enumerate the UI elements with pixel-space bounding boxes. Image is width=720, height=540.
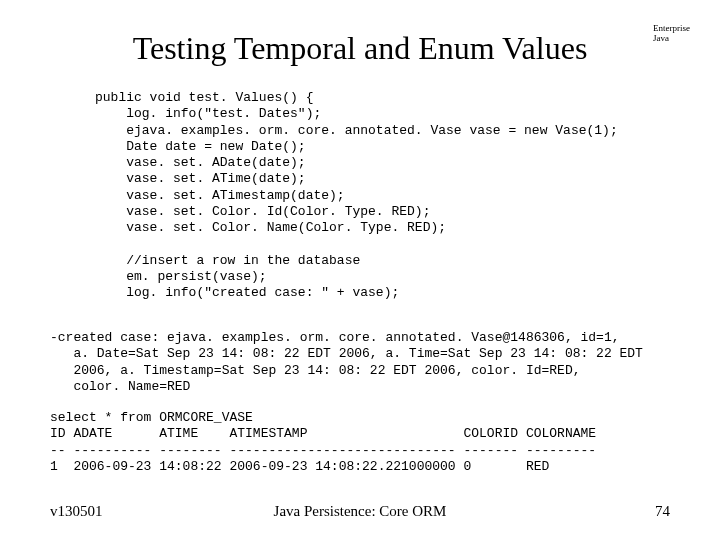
footer-title: Java Persistence: Core ORM	[0, 503, 720, 520]
slide: Enterprise Java Testing Temporal and Enu…	[0, 0, 720, 540]
code-block-sql: select * from ORMCORE_VASE ID ADATE ATIM…	[50, 410, 596, 475]
code-block-method: public void test. Values() { log. info("…	[95, 90, 618, 301]
footer-page-number: 74	[655, 503, 670, 520]
page-title: Testing Temporal and Enum Values	[0, 30, 720, 67]
code-block-output: -created case: ejava. examples. orm. cor…	[50, 330, 643, 395]
